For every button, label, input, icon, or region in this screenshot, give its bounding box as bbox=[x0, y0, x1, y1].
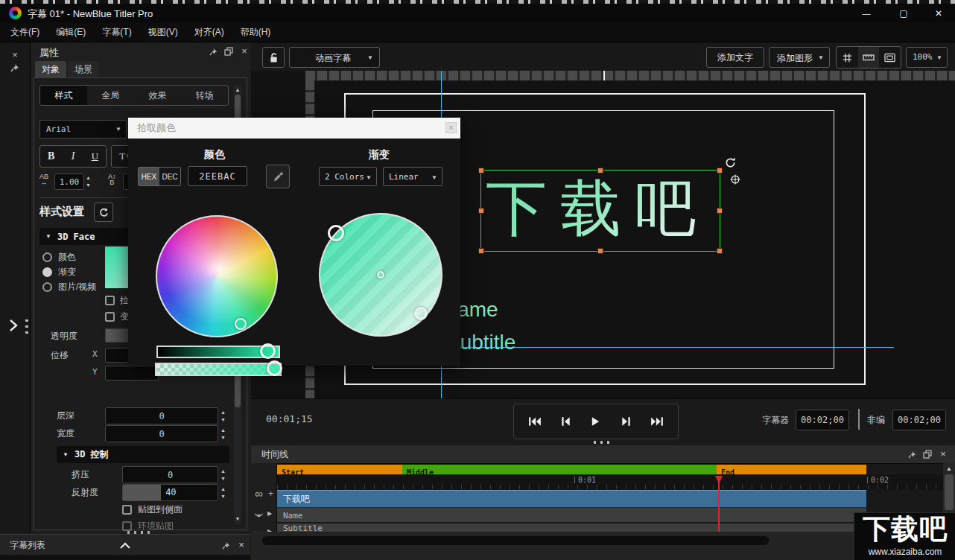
rail-close-icon[interactable]: × bbox=[9, 48, 21, 60]
dialog-title-bar[interactable]: 拾取颜色 × bbox=[128, 118, 460, 139]
style-tab-global[interactable]: 全局 bbox=[87, 86, 134, 105]
phase-end-segment[interactable]: End bbox=[717, 465, 866, 474]
collapse-up-icon[interactable] bbox=[118, 539, 133, 551]
menu-view[interactable]: 视图(V) bbox=[148, 26, 178, 39]
selection-handle[interactable] bbox=[717, 168, 722, 173]
gradient-preview-circle[interactable] bbox=[319, 213, 442, 337]
rail-expand-chevron-icon[interactable] bbox=[6, 316, 21, 334]
titler-time-field[interactable]: 00:02;00 bbox=[796, 410, 849, 430]
hex-value-field[interactable]: 2EEBAC bbox=[188, 166, 247, 186]
add-track-icon[interactable]: + bbox=[268, 489, 273, 499]
timeline-scroll-thumb[interactable] bbox=[945, 474, 954, 510]
skip-start-button[interactable] bbox=[522, 409, 548, 434]
alpha-bar-handle[interactable] bbox=[267, 360, 282, 376]
color-bar-handle[interactable] bbox=[260, 343, 276, 359]
selected-title-text[interactable]: 下载吧 bbox=[486, 165, 721, 252]
fill-option-gradient[interactable]: 渐变 bbox=[42, 266, 76, 279]
loop-icon[interactable]: ∞ bbox=[255, 487, 263, 500]
italic-button[interactable]: I bbox=[62, 146, 83, 167]
bold-button[interactable]: B bbox=[40, 146, 62, 167]
scroll-up-icon[interactable]: ▲ bbox=[234, 86, 241, 92]
underline-button[interactable]: U bbox=[84, 146, 106, 167]
selected-text-box[interactable]: 下载吧 bbox=[480, 170, 720, 252]
extrude-field[interactable]: 0 bbox=[122, 466, 218, 483]
lock-button[interactable] bbox=[262, 47, 285, 68]
splitter-dots-vertical[interactable] bbox=[25, 319, 28, 336]
caption-close-icon[interactable]: × bbox=[236, 539, 247, 550]
zoom-dropdown[interactable]: 100% ▼ bbox=[906, 47, 948, 68]
dialog-close-button[interactable]: × bbox=[445, 122, 457, 133]
style-tab-style[interactable]: 样式 bbox=[40, 86, 87, 105]
gradient-alpha-bar[interactable] bbox=[155, 363, 282, 376]
colors-count-dropdown[interactable]: 2 Colors ▼ bbox=[319, 167, 377, 186]
selection-handle[interactable] bbox=[598, 249, 603, 253]
safe-area-toggle[interactable] bbox=[879, 47, 901, 68]
menu-edit[interactable]: 编辑(E) bbox=[56, 26, 86, 39]
tab-object[interactable]: 对象 bbox=[35, 61, 66, 77]
width-field[interactable]: 0 bbox=[105, 425, 218, 442]
panel-close-icon[interactable]: × bbox=[239, 45, 250, 56]
style-tab-effect[interactable]: 效果 bbox=[134, 86, 181, 105]
grid-toggle[interactable] bbox=[837, 47, 858, 68]
track-row-subtitle[interactable]: Subtitle bbox=[277, 524, 866, 532]
control-section-bar[interactable]: ▼ 3D 控制 bbox=[57, 446, 229, 463]
stretch-checkbox-row[interactable]: 拉 bbox=[105, 294, 129, 307]
extrude-stepper[interactable]: ▲▼ bbox=[220, 468, 226, 481]
selection-handle[interactable] bbox=[479, 209, 483, 213]
fill-option-image[interactable]: 图片/视频 bbox=[42, 281, 96, 293]
color-wheel[interactable] bbox=[156, 215, 278, 337]
phase-start-segment[interactable]: Start bbox=[277, 465, 402, 474]
caption-pin-icon[interactable] bbox=[220, 540, 231, 550]
offset-y-field[interactable] bbox=[105, 366, 159, 381]
phase-middle-segment[interactable]: Middle bbox=[402, 465, 717, 474]
timeline-close-icon[interactable]: × bbox=[938, 448, 948, 459]
map-sides-checkbox-row[interactable]: 贴图到侧面 bbox=[122, 503, 183, 516]
style-tab-transition[interactable]: 转场 bbox=[181, 86, 228, 105]
reflect-stepper[interactable]: ▲▼ bbox=[220, 486, 226, 499]
selection-handle[interactable] bbox=[479, 168, 483, 173]
timeline-float-icon[interactable] bbox=[922, 449, 933, 459]
track1-visibility-icon[interactable] bbox=[253, 511, 264, 520]
depth-stepper[interactable]: ▲▼ bbox=[220, 410, 226, 422]
eyedropper-button[interactable] bbox=[266, 165, 290, 188]
timeline-pin-icon[interactable] bbox=[907, 449, 917, 459]
add-text-button[interactable]: 添加文字 bbox=[706, 47, 764, 68]
selection-handle[interactable] bbox=[479, 249, 483, 253]
width-stepper[interactable]: ▲▼ bbox=[220, 427, 226, 440]
nle-time-field[interactable]: 00:02;00 bbox=[892, 410, 946, 430]
rail-pin-icon[interactable] bbox=[9, 62, 21, 74]
track-row-name[interactable]: Name bbox=[277, 508, 866, 523]
minimize-button[interactable]: — bbox=[849, 4, 883, 23]
menu-align[interactable]: 对齐(A) bbox=[194, 26, 224, 39]
scroll-down-icon[interactable]: ▼ bbox=[234, 515, 241, 521]
ruler-toggle[interactable] bbox=[858, 47, 880, 68]
play-button[interactable] bbox=[583, 409, 609, 434]
menu-help[interactable]: 帮助(H) bbox=[241, 26, 271, 39]
timeline-ruler[interactable]: 0:01 0:02 bbox=[277, 474, 944, 490]
maximize-button[interactable]: ▢ bbox=[886, 4, 921, 23]
gradient-stop-start-handle[interactable] bbox=[328, 225, 344, 241]
track1-expand-icon[interactable]: ▶ bbox=[267, 510, 272, 517]
skip-end-button[interactable] bbox=[644, 409, 670, 434]
playhead-line[interactable] bbox=[718, 476, 720, 532]
selection-handle[interactable] bbox=[717, 209, 722, 213]
depth-field[interactable]: 0 bbox=[105, 407, 218, 424]
menu-title[interactable]: 字幕(T) bbox=[102, 26, 131, 39]
menu-file[interactable]: 文件(F) bbox=[10, 26, 39, 39]
tracking-stepper[interactable]: ▲▼ bbox=[86, 175, 91, 188]
track-row-title[interactable]: 下载吧 bbox=[277, 490, 866, 508]
gradient-stop-end-handle[interactable] bbox=[414, 307, 428, 320]
template-dropdown[interactable]: 动画字幕 ▼ bbox=[289, 47, 380, 68]
gradient-color-bar[interactable] bbox=[156, 346, 280, 358]
prev-frame-button[interactable] bbox=[553, 409, 578, 434]
font-family-dropdown[interactable]: Arial ▼ bbox=[39, 120, 127, 139]
timeline-h-scrollbar[interactable] bbox=[262, 536, 769, 545]
style-reset-button[interactable] bbox=[94, 203, 113, 222]
hex-toggle-option[interactable]: HEX bbox=[139, 168, 159, 185]
selection-handle[interactable] bbox=[598, 168, 603, 173]
next-frame-button[interactable] bbox=[614, 409, 639, 434]
reflect-slider[interactable]: 40 bbox=[122, 484, 218, 501]
splitter-dots-horizontal[interactable] bbox=[594, 441, 613, 444]
close-button[interactable]: ✕ bbox=[922, 4, 955, 23]
fill-option-color[interactable]: 颜色 bbox=[42, 251, 76, 264]
